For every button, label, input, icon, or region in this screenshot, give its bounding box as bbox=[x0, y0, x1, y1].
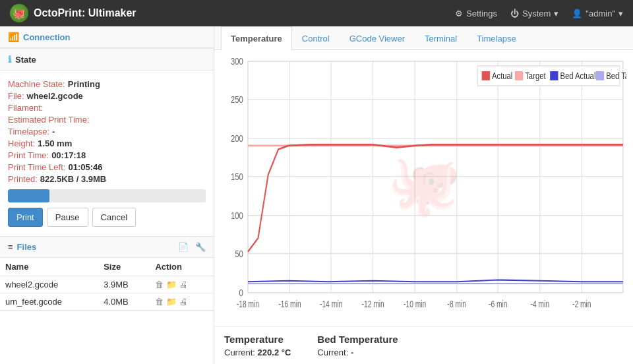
files-table: Name Size Action wheel2.gcode 3.9MB 🗑 📁 … bbox=[0, 258, 214, 311]
print-file-icon[interactable]: 🖨 bbox=[179, 297, 188, 307]
list-icon: ≡ bbox=[8, 242, 13, 252]
navbar: 🐙 OctoPrint: Ultimaker ⚙ Settings ⏻ Syst… bbox=[0, 0, 633, 26]
folder-icon[interactable]: 📁 bbox=[166, 280, 177, 289]
print-time-row: Print Time: 00:17:18 bbox=[8, 150, 206, 160]
files-table-header: Name Size Action bbox=[0, 258, 214, 276]
settings-label: Settings bbox=[466, 9, 497, 18]
svg-text:150: 150 bbox=[231, 171, 243, 183]
extruder-current-line: Current: 220.2 °C bbox=[224, 348, 291, 357]
svg-rect-38 bbox=[515, 71, 523, 80]
sidebar: 📶 Connection ℹ State Machine State: Prin… bbox=[0, 26, 214, 364]
svg-text:200: 200 bbox=[231, 133, 243, 144]
files-header-left: ≡ Files bbox=[8, 242, 36, 252]
files-table-body: wheel2.gcode 3.9MB 🗑 📁 🖨 um_feet.gcode 4… bbox=[0, 276, 214, 311]
est-print-time-label: Estimated Print Time: bbox=[8, 115, 90, 125]
print-time-value: 00:17:18 bbox=[51, 150, 86, 160]
timelapse-label: Timelapse: bbox=[8, 127, 49, 136]
user-nav-item[interactable]: 👤 "admin" ▾ bbox=[572, 9, 623, 18]
height-value: 1.50 mm bbox=[38, 138, 72, 148]
height-row: Height: 1.50 mm bbox=[8, 138, 206, 148]
files-section: ≡ Files 📄 🔧 Name Size Action bbox=[0, 237, 214, 311]
connection-header[interactable]: 📶 Connection bbox=[0, 26, 214, 48]
timelapse-value: - bbox=[52, 127, 55, 136]
file-label: File: bbox=[8, 91, 24, 101]
tabs: Temperature Control GCode Viewer Termina… bbox=[214, 26, 633, 50]
temperature-chart: 300 250 200 150 100 50 0 -18 min -16 min… bbox=[221, 57, 626, 320]
machine-state-label: Machine State: bbox=[8, 79, 65, 89]
power-icon: ⏻ bbox=[510, 9, 519, 18]
col-size: Size bbox=[98, 258, 150, 276]
folder-icon[interactable]: 📁 bbox=[166, 297, 177, 307]
file-row: File: wheel2.gcode bbox=[8, 91, 206, 101]
timelapse-row: Timelapse: - bbox=[8, 127, 206, 136]
file-name: um_feet.gcode bbox=[0, 293, 98, 311]
app-logo: 🐙 bbox=[10, 4, 28, 22]
settings-icon: ⚙ bbox=[455, 9, 463, 18]
chart-container: 🐙 bbox=[214, 50, 633, 326]
progress-bar-fill bbox=[8, 189, 49, 202]
tab-timelapse[interactable]: Timelapse bbox=[467, 26, 526, 50]
svg-text:Actual: Actual bbox=[492, 71, 512, 82]
file-name: wheel2.gcode bbox=[0, 276, 98, 293]
info-icon: ℹ bbox=[8, 54, 11, 65]
delete-icon[interactable]: 🗑 bbox=[155, 297, 164, 307]
machine-state-value: Printing bbox=[68, 79, 100, 89]
print-time-label: Print Time: bbox=[8, 150, 49, 160]
svg-text:-18 min: -18 min bbox=[237, 299, 259, 309]
bed-current-value: - bbox=[351, 348, 353, 357]
user-icon: 👤 bbox=[572, 9, 582, 18]
print-time-left-label: Print Time Left: bbox=[8, 162, 65, 172]
svg-text:-10 min: -10 min bbox=[404, 299, 426, 309]
svg-text:-16 min: -16 min bbox=[278, 299, 301, 309]
svg-text:100: 100 bbox=[231, 210, 243, 222]
main-layout: 📶 Connection ℹ State Machine State: Prin… bbox=[0, 26, 633, 364]
extruder-temp-title: Temperature bbox=[224, 334, 291, 345]
state-section: ℹ State Machine State: Printing File: wh… bbox=[0, 49, 214, 237]
cancel-button[interactable]: Cancel bbox=[92, 208, 136, 227]
est-print-time-row: Estimated Print Time: bbox=[8, 115, 206, 125]
print-time-left-value: 01:05:46 bbox=[68, 162, 102, 172]
svg-text:-8 min: -8 min bbox=[447, 299, 466, 309]
settings-nav-item[interactable]: ⚙ Settings bbox=[455, 9, 497, 18]
bed-current-label: Current: bbox=[317, 348, 348, 357]
table-row: wheel2.gcode 3.9MB 🗑 📁 🖨 bbox=[0, 276, 214, 293]
svg-text:Target: Target bbox=[525, 71, 546, 82]
tab-control[interactable]: Control bbox=[292, 26, 340, 50]
svg-text:0: 0 bbox=[239, 288, 243, 299]
temp-bottom: Temperature Current: 220.2 °C Bed Temper… bbox=[214, 326, 633, 364]
new-file-icon[interactable]: 📄 bbox=[178, 242, 189, 252]
wrench-icon[interactable]: 🔧 bbox=[195, 242, 206, 252]
svg-text:-12 min: -12 min bbox=[362, 299, 384, 309]
svg-text:300: 300 bbox=[231, 57, 243, 67]
tab-temperature[interactable]: Temperature bbox=[221, 26, 292, 50]
files-label[interactable]: Files bbox=[17, 242, 37, 252]
bed-temp-block: Bed Temperature Current: - bbox=[317, 334, 398, 357]
delete-icon[interactable]: 🗑 bbox=[155, 280, 164, 289]
bed-current-line: Current: - bbox=[317, 348, 398, 357]
print-file-icon[interactable]: 🖨 bbox=[179, 280, 188, 289]
app-title: OctoPrint: Ultimaker bbox=[34, 7, 136, 19]
tab-terminal[interactable]: Terminal bbox=[415, 26, 467, 50]
svg-text:-2 min: -2 min bbox=[572, 299, 591, 309]
system-nav-item[interactable]: ⏻ System ▾ bbox=[510, 9, 558, 18]
print-time-left-row: Print Time Left: 01:05:46 bbox=[8, 162, 206, 172]
svg-text:-14 min: -14 min bbox=[320, 299, 342, 309]
pause-button[interactable]: Pause bbox=[47, 208, 88, 227]
files-header: ≡ Files 📄 🔧 bbox=[0, 237, 214, 258]
print-button[interactable]: Print bbox=[8, 208, 43, 227]
brand: 🐙 OctoPrint: Ultimaker bbox=[10, 4, 136, 22]
nav-right: ⚙ Settings ⏻ System ▾ 👤 "admin" ▾ bbox=[455, 9, 623, 18]
extruder-current-label: Current: bbox=[224, 348, 255, 357]
svg-text:-6 min: -6 min bbox=[489, 299, 507, 309]
action-buttons: Print Pause Cancel bbox=[8, 208, 206, 227]
svg-rect-36 bbox=[482, 71, 490, 80]
svg-rect-42 bbox=[596, 71, 604, 80]
state-header[interactable]: ℹ State bbox=[0, 49, 214, 71]
chevron-down-icon-user: ▾ bbox=[618, 9, 623, 18]
filament-label: Filament: bbox=[8, 103, 43, 113]
machine-state-row: Machine State: Printing bbox=[8, 79, 206, 89]
svg-text:Bed Actual: Bed Actual bbox=[560, 71, 596, 82]
state-header-label: State bbox=[15, 55, 36, 65]
svg-rect-40 bbox=[550, 71, 558, 80]
tab-gcode-viewer[interactable]: GCode Viewer bbox=[340, 26, 415, 50]
